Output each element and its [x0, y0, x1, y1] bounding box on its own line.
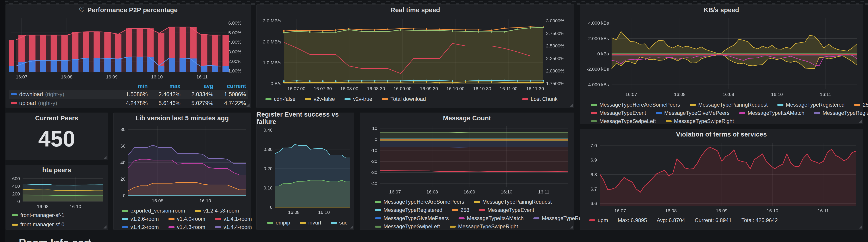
legend-swatch	[375, 225, 381, 228]
stats-column-header[interactable]: current	[213, 83, 246, 89]
stats-value: 2.4642%	[148, 91, 181, 97]
panel-title-performance-p2p[interactable]: ♡ Performance P2P percentage	[6, 5, 251, 15]
legend-swatch	[591, 112, 597, 114]
legend-swatch	[122, 218, 128, 220]
legend-item[interactable]: v1.4.1-room	[215, 216, 252, 222]
row-heading-room-info[interactable]: Room Info sort	[19, 237, 91, 242]
legend-item[interactable]: invurl	[300, 220, 321, 226]
legend-swatch	[11, 102, 17, 104]
legend-label: front-manager-sf-0	[20, 221, 64, 228]
chart-lib-version[interactable]	[116, 123, 248, 205]
legend-swatch	[522, 98, 528, 100]
legend-label: empip	[276, 220, 290, 226]
legend-item[interactable]: MessageTypeItsAMatch	[459, 215, 524, 221]
panel-title-lib-version[interactable]: Lib version last 5 minutes agg	[114, 113, 251, 123]
legend-item[interactable]: MessageTypeRegistered	[375, 207, 442, 213]
series-label: download	[19, 91, 43, 97]
legend-item[interactable]: front-manager-sf-1	[12, 212, 64, 218]
chart-message-count[interactable]	[363, 123, 572, 196]
legend-swatch	[375, 201, 381, 203]
chart-real-time-speed[interactable]	[260, 15, 571, 93]
chart-kbs-speed[interactable]	[583, 15, 860, 99]
panel-title-violation-tos[interactable]: Violation of terms of services	[580, 129, 863, 140]
resize-handle[interactable]	[859, 225, 862, 229]
chart-hta-peers[interactable]	[8, 175, 105, 210]
legend-label: upm	[598, 217, 608, 223]
legend-item[interactable]: 258	[452, 207, 469, 213]
legend-label: MessageTypeGiveMePeers	[664, 110, 730, 116]
legend-item[interactable]: Total: 425.9642	[741, 217, 778, 223]
resize-handle[interactable]	[570, 225, 573, 229]
legend-item[interactable]: Max: 6.9895	[618, 217, 647, 223]
series-toggle[interactable]: download(right-y)	[11, 91, 115, 97]
resize-handle[interactable]	[859, 120, 862, 123]
panel-title-register-event[interactable]: Register Event success vs failure	[257, 113, 354, 123]
resize-handle[interactable]	[350, 225, 353, 229]
panel-title-real-time-speed[interactable]: Real time speed	[257, 5, 574, 15]
legend-swatch	[122, 226, 128, 228]
legend-item[interactable]: Current: 6.8941	[694, 217, 732, 223]
chart-violation-tos[interactable]	[583, 140, 860, 215]
legend-item[interactable]: v1.2.6-room	[122, 216, 159, 222]
legend-item[interactable]: Avg: 6.8704	[657, 217, 685, 223]
stats-column-header[interactable]: max	[148, 83, 181, 89]
legend-item[interactable]: v1.2.4-s3-room	[195, 208, 239, 214]
legend-item[interactable]: v1.4.3-room	[168, 224, 205, 230]
legend-swatch	[474, 201, 480, 203]
legend-item[interactable]: MessageTypeItsAMatch	[739, 110, 804, 116]
legend-item[interactable]: MessageTypeHereAreSomePeers	[375, 199, 464, 205]
resize-handle[interactable]	[103, 225, 106, 229]
legend-label: invurl	[308, 220, 321, 226]
panel-current-peers: Current Peers 450	[5, 113, 108, 160]
legend-item[interactable]: MessageTypeRegister	[814, 110, 868, 116]
panel-title-text: Message Count	[443, 115, 491, 122]
legend-item[interactable]: Lost Chunk	[522, 96, 558, 102]
legend-label: v1.2.6-room	[130, 216, 159, 222]
legend-item[interactable]: MessageTypeSwipeRight	[665, 118, 734, 124]
panel-title-message-count[interactable]: Message Count	[360, 113, 574, 123]
legend-item[interactable]: empip	[267, 220, 290, 226]
legend-item[interactable]: v1.4.2-room	[122, 224, 159, 230]
legend-item[interactable]: front-manager-sf-0	[12, 221, 64, 228]
resize-handle[interactable]	[246, 103, 250, 107]
legend-item[interactable]: MessageTypeRegistered	[777, 102, 844, 108]
legend-item[interactable]: cdn-false	[266, 96, 296, 102]
chart-register-event[interactable]	[259, 123, 352, 216]
panel-violation-tos: Violation of terms of services upmMax: 6…	[580, 129, 863, 230]
resize-handle[interactable]	[103, 156, 106, 159]
legend-item[interactable]: MessageTypePairingRequest	[690, 102, 768, 108]
legend-item[interactable]: MessageTypeGiveMePeers	[656, 110, 730, 116]
legend-item[interactable]: MessageTypeEvent	[591, 110, 646, 116]
legend-item[interactable]: v2v-true	[345, 96, 372, 102]
stats-column-header[interactable]: min	[115, 83, 148, 89]
panel-title-hta-peers[interactable]: hta peers	[6, 165, 107, 175]
legend-item[interactable]: MessageTypeSwipeLeft	[591, 118, 656, 124]
legend-item[interactable]: 258	[854, 102, 868, 108]
legend-item[interactable]: MessageTypePairingRequest	[474, 199, 552, 205]
panel-message-count: Message Count MessageTypeHereAreSomePeer…	[360, 113, 574, 230]
legend-item[interactable]: MessageTypeHereAreSomePeers	[591, 102, 680, 108]
legend-item[interactable]: exported_version-room	[122, 208, 185, 214]
panel-title-kbs-speed[interactable]: KB/s speed	[580, 5, 863, 15]
panel-title-current-peers[interactable]: Current Peers	[6, 113, 107, 123]
legend-item[interactable]: MessageTypeGiveMePeers	[375, 215, 449, 221]
chart-performance-p2p[interactable]	[9, 15, 248, 81]
legend-item[interactable]: Total download	[382, 96, 426, 102]
legend-item[interactable]: v1.4.0-room	[168, 216, 205, 222]
stats-column-header[interactable]: avg	[181, 83, 213, 89]
legend-item[interactable]: suc	[331, 220, 347, 226]
legend-label: v1.4.0-room	[177, 216, 205, 222]
legend-swatch	[459, 217, 465, 219]
series-toggle[interactable]: upload(right-y)	[11, 100, 115, 107]
heart-icon: ♡	[79, 6, 85, 14]
legend-item[interactable]: MessageTypeEvent	[479, 207, 534, 213]
resize-handle[interactable]	[246, 225, 250, 229]
legend-item[interactable]: MessageTypeSwipeLeft	[375, 223, 440, 230]
panel-performance-p2p: ♡ Performance P2P percentage minmaxavgcu…	[5, 4, 251, 108]
legend-swatch	[267, 222, 273, 224]
panel-title-text: Lib version last 5 minutes agg	[135, 115, 229, 122]
legend-item[interactable]: v2v-false	[305, 96, 335, 102]
resize-handle[interactable]	[570, 103, 573, 107]
legend-item[interactable]: upm	[589, 217, 608, 223]
legend-item[interactable]: MessageTypeSwipeRight	[450, 223, 518, 230]
